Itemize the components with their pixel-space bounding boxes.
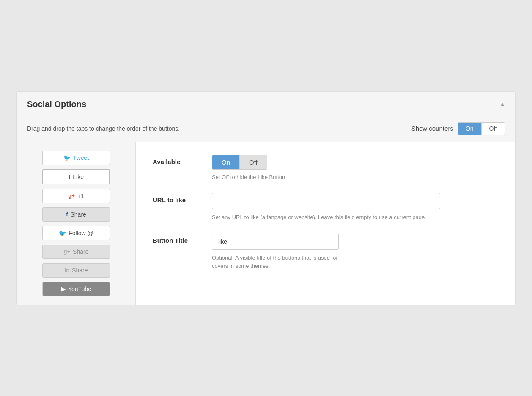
available-control: On Off Set Off to hide the Like Button xyxy=(212,155,498,182)
social-options-panel: Social Options ▲ Drag and drop the tabs … xyxy=(16,91,516,305)
show-counters-label: Show counters xyxy=(411,125,453,132)
facebook-share-icon: f xyxy=(66,211,68,217)
url-row: URL to like Set any URL to like (a fanpa… xyxy=(153,193,498,222)
social-tabs-sidebar: 🐦 Tweet f Like g+ +1 f Share 🐦 Follow xyxy=(17,142,135,305)
social-tab-fshare[interactable]: f Share xyxy=(42,207,110,222)
button-title-control: Optional. A visible title of the buttons… xyxy=(212,234,339,270)
button-title-row: Button Title Optional. A visible title o… xyxy=(153,234,498,270)
counters-off-button[interactable]: Off xyxy=(482,123,505,135)
toolbar-hint: Drag and drop the tabs to change the ord… xyxy=(27,125,411,132)
button-title-help-text: Optional. A visible title of the buttons… xyxy=(212,254,339,270)
collapse-icon[interactable]: ▲ xyxy=(500,101,505,107)
available-off-button[interactable]: Off xyxy=(240,155,267,169)
tab-fshare-label: Share xyxy=(70,211,86,218)
youtube-icon: ▶ xyxy=(61,286,66,292)
social-tab-gplus[interactable]: g+ +1 xyxy=(42,189,110,203)
available-label: Available xyxy=(153,155,212,165)
available-row: Available On Off Set Off to hide the Lik… xyxy=(153,155,498,182)
gplus-share-icon: g+ xyxy=(64,248,71,255)
social-tab-gpshare[interactable]: g+ Share xyxy=(42,245,110,259)
tab-linkedin-label: Share xyxy=(72,267,88,274)
social-tab-linkedin[interactable]: in Share xyxy=(42,263,110,278)
social-tab-follow[interactable]: 🐦 Follow @ xyxy=(42,226,110,240)
url-control: Set any URL to like (a fanpage or websit… xyxy=(212,193,440,222)
twitter-icon: 🐦 xyxy=(63,154,71,161)
panel-body: 🐦 Tweet f Like g+ +1 f Share 🐦 Follow xyxy=(17,142,515,305)
tab-gplus-label: +1 xyxy=(77,192,84,199)
button-title-input[interactable] xyxy=(212,234,339,250)
counters-on-button[interactable]: On xyxy=(458,123,482,135)
counters-toggle-group: On Off xyxy=(458,122,505,135)
linkedin-icon: in xyxy=(65,267,70,273)
panel-toolbar: Drag and drop the tabs to change the ord… xyxy=(17,116,515,142)
gplus-icon: g+ xyxy=(68,192,75,199)
available-toggle-group: On Off xyxy=(212,155,267,170)
twitter-follow-icon: 🐦 xyxy=(59,230,66,236)
social-content-area: Available On Off Set Off to hide the Lik… xyxy=(135,142,515,305)
panel-title: Social Options xyxy=(27,99,86,109)
available-help-text: Set Off to hide the Like Button xyxy=(212,173,498,182)
social-tab-like[interactable]: f Like xyxy=(42,169,110,184)
facebook-like-icon: f xyxy=(69,173,70,180)
tab-gpshare-label: Share xyxy=(73,248,88,255)
button-title-label: Button Title xyxy=(153,234,212,244)
social-tab-youtube[interactable]: ▶ YouTube xyxy=(42,282,110,296)
url-label: URL to like xyxy=(153,193,212,204)
social-tab-tweet[interactable]: 🐦 Tweet xyxy=(42,151,110,165)
panel-header: Social Options ▲ xyxy=(17,92,515,116)
url-input[interactable] xyxy=(212,193,440,209)
tab-follow-label: Follow @ xyxy=(69,230,93,236)
url-help-text: Set any URL to like (a fanpage or websit… xyxy=(212,213,440,222)
available-on-button[interactable]: On xyxy=(212,155,240,169)
tab-youtube-label: YouTube xyxy=(68,286,91,292)
tab-tweet-label: Tweet xyxy=(73,154,89,161)
tab-like-label: Like xyxy=(73,173,84,180)
